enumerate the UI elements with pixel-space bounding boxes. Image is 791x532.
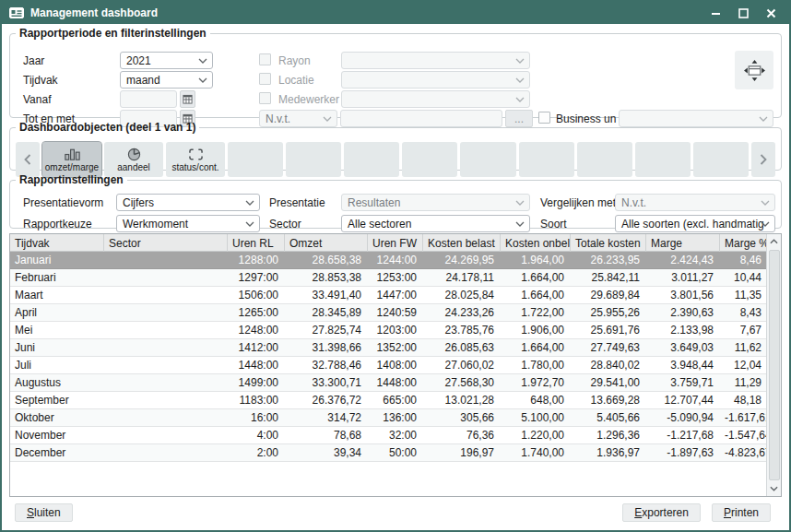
table-cell: 29.689,84 [571, 289, 646, 301]
table-row-september[interactable]: September1183:0026.376,72665:0013.021,28… [10, 392, 766, 409]
jaar-label: Jaar [23, 54, 44, 67]
table-cell: 32:00 [368, 429, 423, 442]
chevron-down-icon [761, 200, 770, 206]
column-header[interactable]: Sector [104, 234, 228, 252]
rapportkeuze-select[interactable]: Werkmoment [116, 215, 260, 232]
table-cell: 1203:00 [368, 324, 423, 337]
dashboard-item-empty [460, 142, 515, 177]
presentatie-label: Presentatie [269, 196, 325, 209]
table-row-maart[interactable]: Maart1506:0033.491,401447:0028.025,841.6… [10, 287, 766, 304]
dashboard-item-omzet-marge[interactable]: omzet/marge [42, 142, 101, 177]
table-cell: 3.011,27 [646, 271, 720, 284]
dashboard-item-label: status/cont. [171, 162, 218, 172]
table-cell: 1.296,36 [571, 429, 646, 442]
table-cell: 11,35 [720, 289, 766, 301]
presentatievorm-select[interactable]: Cijfers [116, 194, 260, 211]
table-cell: 13.021,28 [423, 394, 501, 407]
maximize-icon[interactable] [736, 6, 750, 20]
vanaf-calendar-icon[interactable] [180, 90, 195, 108]
table-cell: 1288:00 [228, 254, 285, 266]
table-cell: 1.220,00 [501, 429, 571, 442]
dashboard-toolbar: omzet/margeaandeelstatus/cont. [16, 142, 775, 177]
table-row-januari[interactable]: Januari1288:0028.658,381244:0024.269,951… [10, 252, 766, 269]
tijdvak-select[interactable]: maand [120, 71, 213, 89]
table-cell: 136:00 [368, 411, 423, 424]
report-settings-group: Rapportinstellingen Presentatievorm Cijf… [9, 173, 782, 229]
rayon-checkbox[interactable] [259, 53, 271, 65]
table-cell: Februari [10, 271, 104, 284]
soort-label: Soort [540, 218, 567, 231]
rayon-label: Rayon [278, 54, 311, 67]
close-icon[interactable] [763, 6, 778, 20]
column-header[interactable]: Marge % [720, 234, 766, 252]
vertical-scrollbar[interactable] [766, 234, 781, 496]
vanaf-input[interactable] [120, 90, 177, 108]
dashboard-item-empty [519, 142, 574, 177]
table-cell: 3.801,56 [646, 289, 720, 301]
minimize-icon[interactable] [708, 6, 723, 20]
presentatie-select[interactable]: Resultaten [341, 194, 530, 211]
table-cell: 1.936,97 [571, 446, 646, 459]
table-cell: 1.664,00 [501, 341, 571, 354]
table-cell: 33.300,71 [285, 376, 368, 389]
scroll-up-icon[interactable] [767, 234, 782, 249]
locatie-select[interactable] [341, 71, 530, 89]
table-cell: Mei [10, 324, 104, 337]
table-cell: 25.842,11 [571, 271, 646, 284]
dashboard-item-empty [344, 142, 399, 177]
table-row-juni[interactable]: Juni1412:0031.398,661352:0026.085,631.66… [10, 339, 766, 357]
sluiten-button[interactable]: Sluiten [15, 503, 73, 522]
toolbar-prev-icon[interactable] [16, 142, 40, 177]
table-cell: 25.691,76 [571, 324, 646, 337]
table-cell: 1.972,70 [501, 376, 571, 389]
column-header[interactable]: Uren FW [368, 234, 423, 252]
table-cell: 26.233,95 [571, 254, 646, 266]
exporteren-button[interactable]: Exporteren [622, 503, 701, 522]
medewerker-checkbox[interactable] [259, 92, 271, 104]
table-cell: 314,72 [285, 411, 368, 424]
dashboard-item-status-cont[interactable]: status/cont. [166, 142, 225, 177]
column-header[interactable]: Uren RL [228, 234, 285, 252]
table-row-april[interactable]: April1265:0028.345,891240:5924.233,261.7… [10, 304, 766, 322]
soort-select[interactable]: Alle soorten (excl. handmatig [615, 215, 775, 232]
scrollbar-thumb[interactable] [769, 250, 780, 480]
table-cell: 48,18 [720, 394, 766, 407]
table-row-december[interactable]: December2:0039,3450:00196,971.740,001.93… [10, 444, 766, 462]
status-loop-icon [186, 148, 206, 161]
dashboard-item-aandeel[interactable]: aandeel [104, 142, 163, 177]
table-cell: 1244:00 [368, 254, 423, 266]
table-row-mei[interactable]: Mei1248:0027.825,741203:0023.785,761.906… [10, 322, 766, 339]
dashboard-item-label: omzet/marge [45, 162, 99, 172]
jaar-select[interactable]: 2021 [120, 52, 213, 69]
chevron-down-icon [515, 58, 525, 64]
pie-chart-icon [124, 148, 144, 161]
table-row-februari[interactable]: Februari1297:0028.853,381253:0024.178,11… [10, 269, 766, 287]
table-row-oktober[interactable]: Oktober16:00314,72136:00305,665.100,005.… [10, 409, 766, 427]
table-row-november[interactable]: November4:0078,6832:0076,361.220,001.296… [10, 427, 766, 444]
scroll-down-icon[interactable] [767, 481, 782, 496]
sector-select[interactable]: Alle sectoren [341, 215, 530, 232]
table-cell: 28.658,38 [285, 254, 368, 266]
rayon-select[interactable] [341, 52, 530, 69]
table-row-augustus[interactable]: Augustus1499:0033.300,711448:0027.568,30… [10, 374, 766, 392]
column-header[interactable]: Omzet [285, 234, 368, 252]
table-cell: 27.060,02 [423, 359, 501, 372]
medewerker-select[interactable] [341, 90, 530, 108]
column-header[interactable]: Marge [646, 234, 720, 252]
column-header[interactable]: Kosten belast [423, 234, 501, 252]
toolbar-next-icon[interactable] [751, 142, 775, 177]
footer-bar: Sluiten Exporteren Printen [15, 502, 771, 523]
dashboard-window-icon [9, 7, 24, 18]
chevron-down-icon [515, 77, 525, 83]
printen-button[interactable]: Printen [712, 503, 771, 522]
locatie-checkbox[interactable] [259, 73, 271, 85]
chevron-down-icon [515, 221, 525, 227]
column-header[interactable]: Kosten onbel. [501, 234, 571, 252]
resize-window-icon[interactable] [735, 51, 773, 89]
column-header[interactable]: Tijdvak [10, 234, 104, 252]
table-cell: 1499:00 [228, 376, 285, 389]
table-cell: 1297:00 [228, 271, 285, 284]
table-row-juli[interactable]: Juli1448:0032.788,461408:0027.060,021.78… [10, 357, 766, 374]
vergelijken-met-select[interactable]: N.v.t. [615, 194, 775, 211]
column-header[interactable]: Totale kosten [571, 234, 646, 252]
